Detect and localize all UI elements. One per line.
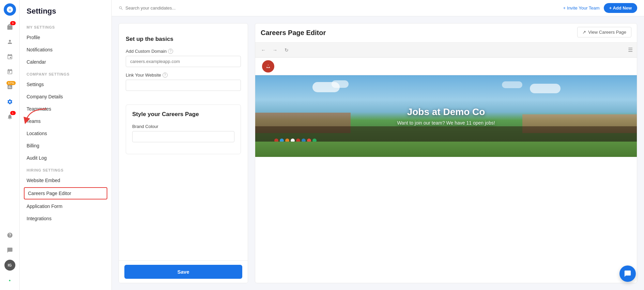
jobs-badge: 9 [10,21,16,25]
online-indicator: ● [3,274,16,287]
brand-colour-label: Brand Colour [132,124,234,129]
custom-domain-input[interactable] [126,56,241,67]
chat-bubble-button[interactable] [619,265,636,282]
app-logo[interactable] [4,3,16,16]
content: Set up the basics Add Custom Domain ? Li… [112,16,644,290]
invite-team-link[interactable]: + Invite Your Team [563,5,600,11]
careers-preview: Jobs at Demo Co Want to join our team? W… [255,58,637,157]
careers-page-title: Careers Page Editor [255,24,331,37]
browser-content[interactable]: Jobs at Demo Co Want to join our team? W… [255,58,637,283]
hero-subtitle: Want to join our team? We have 11 open j… [397,120,495,126]
preview-nav [255,58,637,75]
browser-refresh-button[interactable]: ↻ [282,46,291,54]
user-avatar[interactable]: IG [3,259,16,272]
nav-chat[interactable] [3,244,16,257]
sidebar-item-billing[interactable]: Billing [20,140,111,152]
style-section: Style your Careers Page Brand Colour #02… [126,104,241,154]
notifications-badge: 1 [10,111,16,115]
sidebar-item-settings[interactable]: Settings [20,78,111,91]
left-panel: Set up the basics Add Custom Domain ? Li… [119,23,248,283]
sidebar-item-locations[interactable]: Locations [20,127,111,140]
my-settings-label: MY SETTINGS [20,21,111,31]
nav-candidates[interactable] [3,35,16,48]
sidebar-item-audit-log[interactable]: Audit Log [20,152,111,164]
top-bar-actions: + Invite Your Team + Add New [563,3,637,13]
sidebar-title: Settings [20,7,111,21]
search-input[interactable] [125,5,200,11]
link-website-help-icon[interactable]: ? [163,72,168,78]
search-icon [119,6,123,11]
nav-calendar[interactable] [3,65,16,78]
top-bar: + Invite Your Team + Add New [112,0,644,16]
browser-back-button[interactable]: ← [259,46,267,54]
nav-help[interactable] [3,229,16,242]
style-section-heading: Style your Careers Page [132,111,234,118]
browser-toolbar: ← → ↻ ☰ [255,43,637,58]
sidebar-item-profile[interactable]: Profile [20,31,111,44]
sidebar-item-notifications[interactable]: Notifications [20,44,111,56]
custom-domain-label: Add Custom Domain ? [126,49,241,54]
sidebar-item-application-form[interactable]: Application Form [20,200,111,212]
hero-text: Jobs at Demo Co Want to join our team? W… [255,75,637,157]
nav-org[interactable] [3,50,16,63]
link-website-input[interactable] [126,80,241,91]
view-careers-page-button[interactable]: ↗ View Careers Page [577,27,631,37]
nav-jobs[interactable]: 9 [3,20,16,33]
preview-hero: Jobs at Demo Co Want to join our team? W… [255,75,637,157]
search-box [119,5,559,11]
icon-bar-bottom: IG ● [3,229,16,287]
custom-domain-help-icon[interactable]: ? [168,49,173,54]
brand-colour-input[interactable]: #021cab [132,131,234,142]
sidebar-item-integrations[interactable]: Integrations [20,212,111,225]
avatar-initials: IG [4,260,15,271]
reports-badge: 67% [6,81,15,85]
hero-title: Jobs at Demo Co [407,107,485,117]
browser-menu-icon[interactable]: ☰ [628,47,633,53]
sidebar-item-calendar[interactable]: Calendar [20,56,111,68]
right-panel: Careers Page Editor ↗ View Careers Page … [255,23,637,283]
icon-bar: 9 67% 1 IG ● [0,0,20,290]
link-website-label: Link Your Website ? [126,72,241,78]
sidebar-item-website-embed[interactable]: Website Embed [20,174,111,187]
save-button[interactable]: Save [124,265,242,279]
main-area: + Invite Your Team + Add New Set up the … [112,0,644,290]
company-settings-label: COMPANY SETTINGS [20,68,111,78]
setup-section-heading: Set up the basics [126,36,241,43]
browser-forward-button[interactable]: → [271,46,279,54]
nav-reports[interactable]: 67% [3,80,16,93]
view-careers-icon: ↗ [582,30,586,35]
sidebar-item-company-details[interactable]: Company Details [20,91,111,103]
nav-notifications[interactable]: 1 [3,110,16,123]
sidebar-item-teammates[interactable]: Teammates [20,103,111,115]
svg-point-2 [267,65,270,67]
add-new-button[interactable]: + Add New [604,3,637,13]
sidebar-item-careers-page-editor[interactable]: Careers Page Editor [24,187,107,199]
preview-logo [262,60,274,72]
sidebar-item-teams[interactable]: Teams [20,115,111,127]
view-careers-label: View Careers Page [588,30,626,35]
hiring-settings-label: HIRING SETTINGS [20,164,111,174]
nav-settings[interactable] [3,95,16,108]
sidebar: Settings MY SETTINGS Profile Notificatio… [20,0,112,290]
left-panel-scroll: Set up the basics Add Custom Domain ? Li… [119,23,248,260]
save-bar: Save [119,260,248,283]
